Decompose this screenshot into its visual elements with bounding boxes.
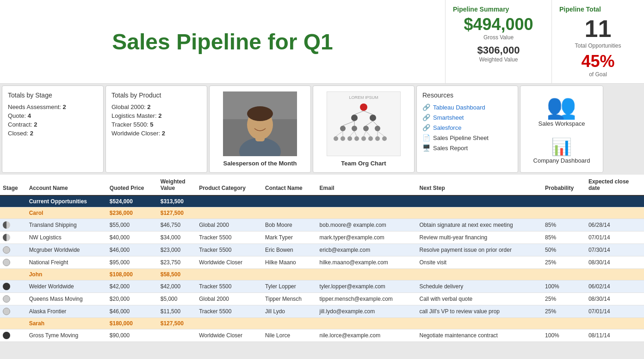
cell-quoted: $20,000 — [107, 293, 158, 305]
goal-percentage: 45% — [559, 52, 637, 71]
cell-probability: 100% — [542, 280, 586, 293]
cell-weighted: $34,000 — [158, 231, 196, 244]
cell-weighted: $127,500 — [158, 207, 196, 219]
totals-by-stage-widget: Totals by Stage Needs Assessment: 2Quote… — [2, 85, 104, 173]
cell-product: Tracker 5500 — [196, 280, 262, 293]
cell-contact: Tipper Mensch — [262, 293, 317, 305]
cell-weighted: $5,000 — [158, 293, 196, 305]
product-item: Logistics Master: 2 — [111, 112, 201, 119]
stage-item: Contract: 2 — [8, 121, 98, 128]
stage-icon — [3, 221, 10, 229]
company-dashboard-group[interactable]: 📊 Company Dashboard — [533, 139, 590, 164]
cell-stage — [0, 280, 26, 293]
svg-line-18 — [373, 121, 378, 126]
header: Sales Pipeline for Q1 Pipeline Summary $… — [0, 0, 644, 84]
resource-salesforce[interactable]: 🔗 Salesforce — [422, 124, 512, 131]
svg-point-20 — [341, 136, 345, 141]
col-header-nextstep: Next Step — [417, 175, 543, 195]
svg-point-19 — [334, 136, 338, 141]
cell-account: Welder Worldwide — [26, 280, 107, 293]
svg-point-14 — [375, 126, 380, 131]
page-title: Sales Pipeline for Q1 — [112, 29, 333, 55]
cell-stage — [0, 256, 26, 269]
cell-weighted — [158, 329, 196, 342]
cell-quoted: $42,000 — [107, 280, 158, 293]
cell-quoted: $46,000 — [107, 305, 158, 318]
table-row: Sarah $180,000 $127,500 — [0, 318, 644, 329]
cell-closedate: 07/01/14 — [586, 305, 644, 318]
cell-account: Mcgruber Worldwide — [26, 244, 107, 256]
svg-point-22 — [354, 136, 359, 141]
col-header-email: Email — [317, 175, 417, 195]
svg-line-10 — [364, 111, 373, 115]
cell-weighted: $46,750 — [158, 219, 196, 231]
smartsheet-link[interactable]: Smartsheet — [433, 114, 464, 121]
col-header-quoted: Quoted Price — [107, 175, 158, 195]
cell-product: Tracker 5500 — [196, 244, 262, 256]
cell-nextstep: Negotiate maintenance contract — [417, 329, 543, 342]
resources-widget: Resources 🔗 Tableau Dashboard 🔗 Smartshe… — [416, 85, 518, 173]
link-icon-3: 🔗 — [422, 124, 430, 131]
cell-weighted: $58,500 — [158, 269, 196, 280]
cell-nextstep: Resolve payment issue on prior order — [417, 244, 543, 256]
cell-account: Sarah — [26, 318, 107, 329]
cell-rest — [196, 207, 644, 219]
cell-closedate: 06/02/14 — [586, 280, 644, 293]
cell-quoted: $108,000 — [107, 269, 158, 280]
org-chart-image: LOREM IPSUM — [327, 91, 401, 156]
cell-email: tyler.lopper@example.com — [317, 280, 417, 293]
cell-nextstep: Obtain signature at next exec meeting — [417, 219, 543, 231]
cell-account: Alaska Frontier — [26, 305, 107, 318]
cell-rest — [196, 269, 644, 280]
cell-account: Transland Shipping — [26, 219, 107, 231]
cell-closedate: 07/01/14 — [586, 231, 644, 244]
stage-icon — [3, 246, 10, 254]
totals-by-stage-title: Totals by Stage — [8, 91, 98, 99]
cell-closedate: 08/30/14 — [586, 256, 644, 269]
cell-quoted: $95,000 — [107, 256, 158, 269]
stage-item: Closed: 2 — [8, 130, 98, 137]
stage-icon — [3, 283, 10, 290]
cell-weighted: $313,500 — [158, 195, 196, 207]
svg-line-9 — [354, 111, 364, 115]
table-row: Welder Worldwide $42,000 $42,000 Tracker… — [0, 280, 644, 293]
cell-product: Tracker 5500 — [196, 231, 262, 244]
stage-item: Quote: 4 — [8, 112, 98, 119]
stage-icon — [3, 295, 10, 303]
svg-line-15 — [343, 121, 354, 126]
cell-contact: Mark Typer — [262, 231, 317, 244]
cell-closedate: 07/30/14 — [586, 244, 644, 256]
resource-smartsheet[interactable]: 🔗 Smartsheet — [422, 114, 512, 121]
cell-contact: Eric Bowen — [262, 244, 317, 256]
cell-stage — [0, 329, 26, 342]
cell-probability: 100% — [542, 329, 586, 342]
tableau-link[interactable]: Tableau Dashboard — [433, 104, 485, 111]
cell-product: Tracker 5500 — [196, 305, 262, 318]
cell-email: nile.lorce@example.com — [317, 329, 417, 342]
cell-stage — [0, 219, 26, 231]
sales-workspace-icon: 👥 — [546, 94, 576, 118]
gross-value: $494,000 — [453, 15, 544, 34]
resource-pipeline-sheet[interactable]: 📄 Sales Pipeline Sheet — [422, 134, 512, 141]
cell-weighted: $23,000 — [158, 244, 196, 256]
cell-probability: 85% — [542, 219, 586, 231]
weighted-value: $306,000 — [453, 44, 544, 56]
salesperson-widget: Salesperson of the Month — [209, 85, 311, 173]
salesforce-link[interactable]: Salesforce — [433, 124, 461, 131]
resource-tableau[interactable]: 🔗 Tableau Dashboard — [422, 103, 512, 111]
table-row: NW Logistics $40,000 $34,000 Tracker 550… — [0, 231, 644, 244]
cell-account: Queens Mass Moving — [26, 293, 107, 305]
cell-closedate: 06/28/14 — [586, 219, 644, 231]
pipeline-total-panel: Pipeline Total 11 Total Opportunities 45… — [551, 0, 644, 83]
resource-sales-report[interactable]: 🖥️ Sales Report — [422, 144, 512, 152]
col-header-stage: Stage — [0, 175, 26, 195]
cell-contact: Nile Lorce — [262, 329, 317, 342]
doc-icon: 📄 — [422, 134, 430, 141]
cell-email: ericb@example.com — [317, 244, 417, 256]
sales-workspace-group[interactable]: 👥 Sales Workspace — [539, 94, 585, 127]
cell-account: Carol — [26, 207, 107, 219]
cell-quoted: $46,000 — [107, 244, 158, 256]
col-header-closedate: Expected closedate — [586, 175, 644, 195]
cell-quoted: $236,000 — [107, 207, 158, 219]
pipeline-table: Stage Account Name Quoted Price Weighted… — [0, 175, 644, 342]
